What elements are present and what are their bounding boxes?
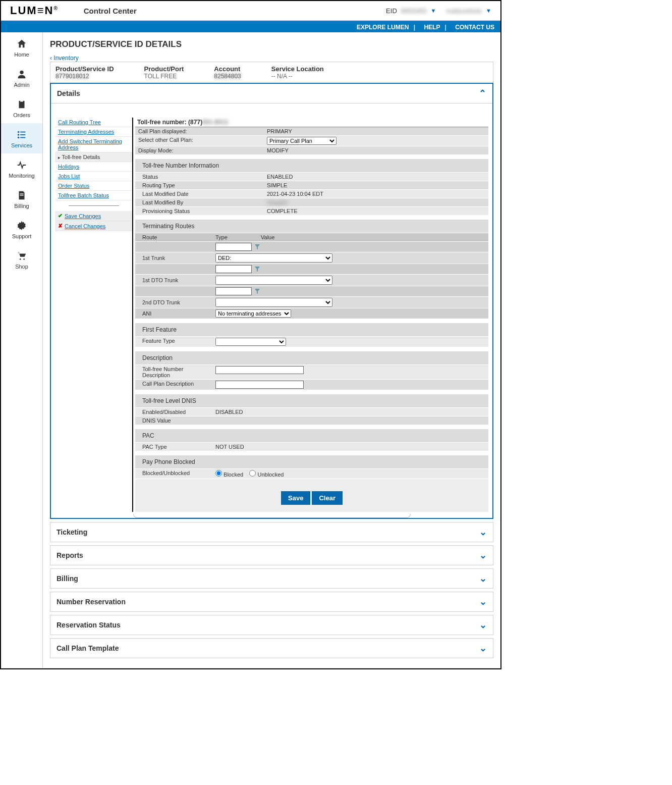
chevron-down-icon[interactable]: ▼ [486, 8, 491, 14]
filter-icon[interactable] [254, 266, 261, 273]
save-button[interactable]: Save [281, 491, 310, 505]
tree-order-status[interactable]: Order Status [58, 183, 89, 189]
panel-billing[interactable]: Billing⌄ [50, 568, 493, 589]
tollfree-number-label: Toll-free number: (877)901-8012 [135, 118, 488, 127]
tree-save-changes[interactable]: ✔ Save Changes [55, 211, 132, 221]
status-label: Status [135, 173, 264, 181]
radio-blocked-label[interactable]: Blocked [215, 472, 243, 478]
trunk1-type-input[interactable] [215, 243, 252, 251]
tree-nav: Call Routing Tree Terminating Addresses … [55, 118, 133, 512]
clipboard-icon [16, 99, 27, 110]
eid-value[interactable]: 8853463 [401, 7, 427, 15]
radio-unblocked-label[interactable]: Unblocked [249, 472, 284, 478]
dto1-type-input[interactable] [215, 265, 252, 273]
tf-desc-input[interactable] [215, 366, 304, 374]
radio-blocked[interactable] [215, 470, 222, 477]
nav-services[interactable]: Services [1, 123, 42, 153]
section-description: Description [135, 351, 488, 365]
col-value: Value [258, 233, 488, 241]
col-type: Type [212, 233, 258, 241]
svg-point-7 [18, 137, 20, 139]
document-icon [16, 190, 27, 201]
select-call-plan[interactable]: Primary Call Plan [267, 137, 337, 145]
home-icon [16, 38, 27, 49]
nav-support[interactable]: Support [1, 214, 42, 244]
tree-holidays[interactable]: Holidays [58, 164, 79, 170]
list-icon [16, 129, 27, 140]
chevron-down-icon: ⌄ [479, 643, 487, 654]
lastmod-label: Last Modified Date [135, 190, 264, 198]
panel-header-details[interactable]: Details ⌃ [51, 84, 492, 103]
call-plan-displayed-value: PRIMARY [264, 127, 488, 135]
tree-call-routing[interactable]: Call Routing Tree [58, 119, 101, 125]
breadcrumb: ‹ Inventory [50, 55, 493, 62]
tree-tollfree-details[interactable]: ▸ Toll-free Details [55, 152, 132, 162]
call-plan-displayed-label: Call Plan displayed: [135, 127, 264, 135]
nav-home[interactable]: Home [1, 32, 42, 63]
form-area: Toll-free number: (877)901-8012 Call Pla… [135, 118, 488, 512]
loc-value: -- N/A -- [271, 73, 324, 80]
chevron-down-icon: ⌄ [479, 573, 487, 584]
chevron-down-icon: ⌄ [479, 527, 487, 538]
filter-icon[interactable] [254, 243, 261, 250]
nav-admin[interactable]: Admin [1, 63, 42, 93]
tree-cancel-changes[interactable]: ✘ Cancel Changes [55, 221, 132, 231]
gear-icon [16, 220, 27, 231]
svg-rect-9 [20, 193, 23, 194]
tree-terminating[interactable]: Terminating Addresses [58, 129, 114, 135]
svg-point-3 [18, 131, 20, 133]
section-tollfree-info: Toll-free Number Information [135, 159, 488, 173]
side-nav: Home Admin Orders Services Monitoring Bi… [1, 32, 42, 668]
radio-unblocked[interactable] [249, 470, 256, 477]
routing-value: SIMPLE [264, 181, 488, 189]
dto1-label: 1st DTO Trunk [135, 276, 212, 284]
breadcrumb-inventory[interactable]: Inventory [53, 55, 78, 62]
panel-ticketing[interactable]: Ticketing⌄ [50, 522, 493, 542]
dto1-select[interactable] [215, 276, 332, 285]
tree-jobs[interactable]: Jobs List [58, 173, 80, 179]
brand-logo: LUM≡N® [10, 4, 59, 17]
account-value: 82584803 [214, 73, 241, 80]
svg-point-12 [20, 258, 21, 260]
pac-type-value: NOT USED [212, 443, 488, 451]
pac-type-label: PAC Type [135, 443, 212, 451]
help-link[interactable]: HELP [424, 24, 440, 31]
eid-label: EID [386, 7, 397, 15]
nav-billing[interactable]: Billing [1, 184, 42, 214]
dto2-type-input[interactable] [215, 287, 252, 295]
user-icon [16, 69, 27, 80]
panel-call-plan-template[interactable]: Call Plan Template⌄ [50, 638, 493, 658]
nav-shop[interactable]: Shop [1, 244, 42, 275]
dnis-value-label: DNIS Value [135, 416, 212, 425]
nav-orders[interactable]: Orders [1, 93, 42, 123]
clear-button[interactable]: Clear [312, 491, 343, 505]
ani-select[interactable]: No terminating addresses available. [215, 309, 291, 318]
user-name[interactable]: mattcontrols [446, 7, 482, 15]
cp-desc-input[interactable] [215, 381, 304, 389]
filter-icon[interactable] [254, 288, 261, 295]
contact-link[interactable]: CONTACT US [455, 24, 494, 31]
x-icon: ✘ [58, 223, 63, 229]
lastmod-value: 2021-04-23 10:04 EDT [264, 190, 488, 198]
display-mode-label: Display Mode: [135, 146, 264, 154]
status-value: ENABLED [264, 173, 488, 181]
chevron-up-icon: ⌃ [479, 88, 486, 99]
lastmodby-value: mtsukini [264, 198, 488, 206]
nav-monitoring[interactable]: Monitoring [1, 153, 42, 184]
panel-number-reservation[interactable]: Number Reservation⌄ [50, 592, 493, 612]
feature-type-label: Feature Type [135, 337, 212, 347]
dto2-select[interactable] [215, 298, 332, 307]
explore-link[interactable]: EXPLORE LUMEN [357, 24, 409, 31]
panel-reservation-status[interactable]: Reservation Status⌄ [50, 615, 493, 635]
section-pac: PAC [135, 429, 488, 443]
trunk1-select[interactable]: DED: [215, 253, 332, 263]
svg-rect-2 [20, 100, 23, 102]
psid-value: 8779018012 [55, 73, 114, 80]
chevron-down-icon: ⌄ [479, 619, 487, 631]
tree-add-switched[interactable]: Add Switched Terminating Address [58, 138, 122, 150]
feature-type-select[interactable] [215, 338, 286, 346]
chevron-down-icon[interactable]: ▼ [430, 8, 436, 14]
tree-batch-status[interactable]: Tollfree Batch Status [58, 192, 109, 198]
panel-reports[interactable]: Reports⌄ [50, 545, 493, 565]
top-bar: LUM≡N® Control Center EID 8853463 ▼ matt… [1, 1, 500, 21]
